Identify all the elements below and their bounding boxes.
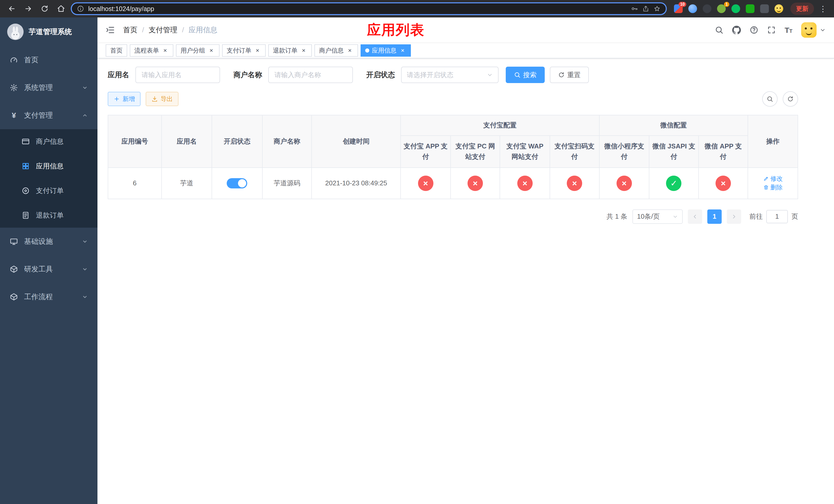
cell-merchant: 芋道源码	[262, 168, 312, 199]
password-key-icon[interactable]	[631, 5, 638, 12]
address-bar[interactable]: localhost:1024/pay/app	[71, 2, 667, 15]
prev-page-button[interactable]	[688, 209, 702, 224]
col-status: 开启状态	[212, 115, 262, 168]
col-app-name: 应用名	[161, 115, 212, 168]
close-icon[interactable]: ×	[161, 47, 169, 54]
extensions-area: 10 1	[670, 4, 787, 13]
close-icon[interactable]: ×	[300, 47, 307, 54]
chevron-left-icon	[692, 213, 698, 220]
user-menu[interactable]	[801, 22, 826, 38]
page-1-button[interactable]: 1	[707, 209, 722, 224]
alipay-qr-status-icon: ×	[567, 176, 582, 191]
extension-drop-icon[interactable]	[688, 4, 697, 13]
chevron-down-icon	[82, 85, 88, 91]
sidebar-item-infrastructure[interactable]: 基础设施	[0, 228, 97, 255]
font-size-icon[interactable]: TT	[785, 26, 792, 34]
tab-app-info[interactable]: 应用信息 ×	[360, 44, 411, 56]
back-button[interactable]	[5, 2, 19, 15]
sidebar-item-merchant-info[interactable]: 商户信息	[0, 129, 97, 154]
share-icon[interactable]	[642, 5, 649, 12]
sidebar-item-refund-order[interactable]: 退款订单	[0, 203, 97, 228]
add-button[interactable]: 新增	[108, 92, 140, 106]
app-logo: 芋道管理系统	[0, 18, 97, 46]
cell-status	[212, 168, 262, 199]
tab-home[interactable]: 首页	[106, 44, 127, 56]
status-select[interactable]: 请选择开启状态	[401, 67, 499, 83]
tab-user-group[interactable]: 用户分组 ×	[176, 44, 220, 56]
status-label: 开启状态	[366, 70, 395, 80]
forward-button[interactable]	[22, 2, 35, 15]
alipay-app-status-icon: ×	[418, 176, 433, 191]
document-icon	[22, 211, 30, 220]
status-toggle[interactable]	[227, 178, 247, 188]
next-page-button[interactable]	[727, 209, 741, 224]
tab-process-form[interactable]: 流程表单 ×	[130, 44, 173, 56]
merchant-name-input[interactable]	[268, 67, 353, 83]
chevron-down-icon	[487, 72, 493, 78]
search-icon[interactable]	[715, 26, 723, 35]
reset-button[interactable]: 重置	[550, 67, 589, 83]
close-icon[interactable]: ×	[399, 47, 406, 54]
tab-merchant-info[interactable]: 商户信息 ×	[314, 44, 358, 56]
sidebar-item-home[interactable]: 首页	[0, 46, 97, 74]
github-icon[interactable]	[732, 26, 741, 35]
app-name-input[interactable]	[135, 67, 220, 83]
delete-button[interactable]: 删除	[763, 183, 783, 191]
home-button[interactable]	[54, 2, 68, 15]
chevron-right-icon	[731, 213, 737, 220]
extension-pin-icon[interactable]	[760, 4, 769, 13]
browser-update-button[interactable]: 更新	[790, 3, 814, 15]
help-icon[interactable]	[750, 26, 758, 35]
alipay-wap-status-icon: ×	[517, 176, 533, 191]
pen-icon	[763, 176, 769, 182]
reload-button[interactable]	[38, 2, 51, 15]
refresh-icon	[787, 96, 794, 102]
extension-emoji-icon[interactable]	[774, 4, 783, 13]
card-icon	[22, 137, 30, 145]
extension-green-icon[interactable]	[746, 4, 754, 13]
extension-wechat-icon[interactable]	[731, 4, 740, 13]
show-search-button[interactable]	[762, 91, 777, 107]
cell-created: 2021-10-23 08:49:25	[312, 168, 401, 199]
sidebar-item-payment[interactable]: ¥ 支付管理	[0, 101, 97, 129]
cell-actions: 修改 删除	[748, 168, 798, 199]
bookmark-star-icon[interactable]	[654, 5, 661, 12]
fullscreen-icon[interactable]	[767, 26, 776, 35]
tab-payment-order[interactable]: 支付订单 ×	[222, 44, 266, 56]
edit-button[interactable]: 修改	[763, 175, 783, 183]
goto-page: 前往 页	[749, 210, 798, 223]
alipay-pc-status-icon: ×	[467, 176, 483, 191]
grid-icon	[22, 162, 30, 170]
site-info-icon[interactable]	[77, 5, 84, 12]
wallet-badge: 1	[724, 2, 729, 7]
sidebar-toggle-icon[interactable]	[106, 25, 115, 35]
goto-suffix: 页	[791, 212, 798, 221]
extension-colorful-icon[interactable]: 10	[674, 4, 683, 13]
pagination-total: 共 1 条	[607, 212, 627, 221]
pagination: 共 1 条 10条/页 1 前往 页	[108, 209, 798, 224]
breadcrumb-home[interactable]: 首页	[123, 25, 137, 35]
breadcrumb-section[interactable]: 支付管理	[149, 25, 177, 35]
refresh-table-button[interactable]	[783, 91, 798, 107]
extension-leaf-icon[interactable]: 1	[717, 4, 726, 13]
extension-globe-icon[interactable]	[703, 4, 711, 13]
top-navbar: 首页 / 支付管理 / 应用信息 应用列表 TT	[97, 18, 834, 43]
col-wx-jsapi: 微信 JSAPI 支付	[649, 136, 699, 168]
col-created: 创建时间	[312, 115, 401, 168]
page-title: 应用列表	[367, 21, 424, 40]
browser-menu-icon[interactable]: ⋮	[817, 4, 829, 13]
goto-page-input[interactable]	[766, 210, 788, 223]
close-icon[interactable]: ×	[346, 47, 353, 54]
search-button[interactable]: 搜索	[506, 67, 545, 83]
sidebar-item-workflow[interactable]: 工作流程	[0, 283, 97, 311]
sidebar-item-payment-order[interactable]: 支付订单	[0, 178, 97, 203]
sidebar-item-system[interactable]: 系统管理	[0, 74, 97, 101]
close-icon[interactable]: ×	[254, 47, 261, 54]
sidebar-item-app-info[interactable]: 应用信息	[0, 154, 97, 178]
sidebar-item-dev-tools[interactable]: 研发工具	[0, 255, 97, 283]
close-icon[interactable]: ×	[208, 47, 215, 54]
page-size-select[interactable]: 10条/页	[632, 209, 683, 224]
browser-toolbar: localhost:1024/pay/app 10 1 更新 ⋮	[0, 0, 834, 18]
tab-refund-order[interactable]: 退款订单 ×	[268, 44, 312, 56]
export-button[interactable]: 导出	[146, 92, 178, 106]
